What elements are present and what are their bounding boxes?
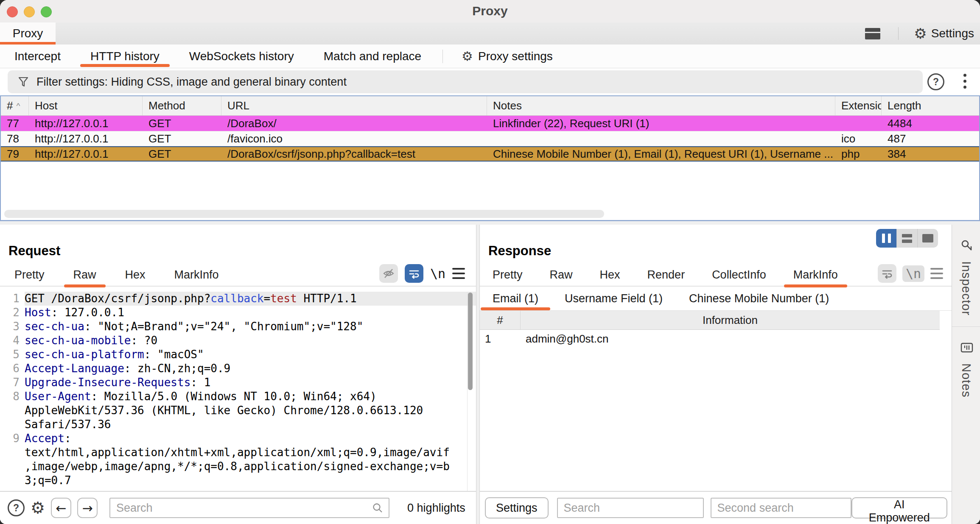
- maximize-view-button[interactable]: [918, 229, 938, 248]
- pause-button[interactable]: [876, 229, 897, 248]
- col-header-host[interactable]: Host: [29, 96, 143, 115]
- word-wrap-toggle[interactable]: [405, 264, 423, 283]
- table-row[interactable]: 78 http://127.0.0.1 GET /favicon.ico ico…: [1, 131, 979, 146]
- request-line: 9 Accept:: [0, 432, 476, 446]
- subtab-proxy-settings[interactable]: ⚙ Proxy settings: [460, 45, 554, 68]
- hamburger-menu-icon[interactable]: [452, 268, 465, 279]
- tab-hex[interactable]: Hex: [598, 264, 622, 286]
- window-title: Proxy: [0, 4, 980, 18]
- splitter-vertical[interactable]: [476, 225, 480, 524]
- filter-row: Filter settings: Hiding CSS, image and g…: [0, 68, 980, 95]
- subtab-websockets-history[interactable]: WebSockets history: [188, 45, 296, 68]
- right-sidebar: Inspector Notes: [952, 225, 980, 524]
- tab-markinfo[interactable]: MarkInfo: [173, 264, 221, 286]
- col-header-method[interactable]: Method: [143, 96, 221, 115]
- request-footer: ? ⚙ ← → 0 highlights: [0, 491, 476, 524]
- window-tab-strip: Proxy ⚙ Settings: [0, 22, 980, 45]
- tab-markinfo[interactable]: MarkInfo: [792, 264, 840, 286]
- filter-settings-bar[interactable]: Filter settings: Hiding CSS, image and g…: [8, 70, 923, 93]
- request-editor[interactable]: 1 GET /DoraBox/csrf/jsonp.php?callback=t…: [0, 292, 476, 491]
- settings-button[interactable]: Settings: [931, 27, 974, 40]
- help-icon[interactable]: ?: [927, 73, 944, 90]
- request-tabs: Pretty Raw Hex MarkInfo: [0, 264, 476, 287]
- second-search-input[interactable]: [711, 498, 851, 518]
- request-line: 3 sec-ch-ua: "Not;A=Brand";v="24", "Chro…: [0, 320, 476, 334]
- divider: [898, 27, 899, 40]
- tab-render[interactable]: Render: [646, 264, 687, 286]
- request-line: Safari/537.36: [0, 418, 476, 432]
- tab-pretty[interactable]: Pretty: [491, 264, 524, 286]
- gear-icon[interactable]: ⚙: [31, 499, 45, 517]
- notes-icon: [958, 340, 974, 355]
- ai-empowered-button[interactable]: AI Empowered: [851, 497, 947, 518]
- subtab-username-field[interactable]: Username Field (1): [563, 287, 664, 310]
- tab-collectinfo[interactable]: CollectInfo: [710, 264, 768, 286]
- request-line: 2 Host: 127.0.0.1: [0, 306, 476, 320]
- request-line: 1 GET /DoraBox/csrf/jsonp.php?callback=t…: [0, 292, 476, 306]
- sidebar-tab-notes[interactable]: Notes: [952, 327, 980, 409]
- help-icon[interactable]: ?: [8, 499, 25, 516]
- response-tabs: Pretty Raw Hex Render CollectInfo MarkIn…: [480, 264, 952, 287]
- response-panel: Response Pretty Raw Hex Render CollectIn…: [480, 225, 952, 524]
- col-header-information[interactable]: Information: [521, 311, 940, 329]
- next-match-button[interactable]: →: [77, 498, 98, 518]
- request-line: 4 sec-ch-ua-mobile: ?0: [0, 334, 476, 348]
- sidebar-tab-inspector[interactable]: Inspector: [952, 225, 980, 326]
- hide-eye-icon[interactable]: [379, 264, 398, 283]
- col-header-number[interactable]: # ^: [1, 96, 29, 115]
- horizontal-scrollbar[interactable]: [4, 210, 604, 218]
- sidebar-tab-label: Notes: [959, 363, 973, 398]
- gear-icon: ⚙: [462, 50, 473, 63]
- vertical-scrollbar[interactable]: [468, 293, 473, 390]
- split-view-button[interactable]: [897, 229, 918, 248]
- response-footer: Settings AI Empowered: [480, 491, 952, 524]
- titlebar: Proxy: [0, 0, 980, 22]
- request-line: 3;q=0.7: [0, 474, 476, 488]
- request-line: 8 User-Agent: Mozilla/5.0 (Windows NT 10…: [0, 390, 476, 404]
- proxy-subtabs: Intercept HTTP history WebSockets histor…: [0, 45, 980, 68]
- col-header-number[interactable]: #: [480, 311, 521, 329]
- settings-button[interactable]: Settings: [485, 497, 549, 518]
- tab-proxy-label: Proxy: [13, 27, 43, 40]
- search-input[interactable]: [557, 498, 704, 518]
- filter-settings-text: Filter settings: Hiding CSS, image and g…: [36, 75, 347, 89]
- tab-proxy[interactable]: Proxy: [0, 22, 56, 45]
- search-input[interactable]: [109, 498, 389, 518]
- col-header-url[interactable]: URL: [221, 96, 487, 115]
- table-row[interactable]: 77 http://127.0.0.1 GET /DoraBox/ Linkfi…: [1, 116, 979, 131]
- split-view-icon: [902, 234, 912, 243]
- kebab-menu-icon[interactable]: [963, 74, 966, 89]
- subtab-email[interactable]: Email (1): [491, 287, 540, 310]
- subtab-http-history[interactable]: HTTP history: [89, 45, 161, 68]
- layout-icon[interactable]: [865, 28, 880, 39]
- eye-off-icon: [382, 267, 395, 280]
- previous-match-button[interactable]: ←: [51, 498, 71, 518]
- col-header-length[interactable]: Length: [882, 96, 979, 115]
- divider: [442, 50, 443, 63]
- markinfo-subtabs: Email (1) Username Field (1) Chinese Mob…: [480, 287, 952, 311]
- subtab-match-and-replace[interactable]: Match and replace: [322, 45, 423, 68]
- table-row[interactable]: 1 admin@gh0st.cn: [480, 330, 940, 348]
- pause-icon: [882, 234, 891, 243]
- col-header-notes[interactable]: Notes: [487, 96, 835, 115]
- newline-toggle[interactable]: \n: [430, 266, 445, 281]
- gear-icon: ⚙: [914, 26, 927, 41]
- funnel-icon: [17, 75, 30, 88]
- newline-toggle[interactable]: \n: [902, 265, 924, 282]
- request-line: AppleWebKit/537.36 (KHTML, like Gecko) C…: [0, 404, 476, 418]
- subtab-intercept[interactable]: Intercept: [13, 45, 62, 68]
- hamburger-menu-icon[interactable]: [930, 268, 943, 279]
- tab-hex[interactable]: Hex: [123, 264, 147, 286]
- search-icon: [372, 502, 384, 515]
- tab-raw[interactable]: Raw: [72, 264, 98, 286]
- request-panel: Request Pretty Raw Hex MarkInfo: [0, 225, 476, 524]
- history-header-row: # ^ Host Method URL Notes Extension Leng…: [1, 96, 979, 116]
- col-header-extension[interactable]: Extension: [835, 96, 882, 115]
- subtab-chinese-mobile-number[interactable]: Chinese Mobile Number (1): [687, 287, 831, 310]
- request-line: 6 Accept-Language: zh-CN,zh;q=0.9: [0, 362, 476, 376]
- tab-pretty[interactable]: Pretty: [13, 264, 46, 286]
- table-row-selected[interactable]: 79 http://127.0.0.1 GET /DoraBox/csrf/js…: [1, 146, 979, 162]
- wrap-icon: [408, 268, 420, 279]
- tab-raw[interactable]: Raw: [548, 264, 574, 286]
- word-wrap-toggle[interactable]: [878, 264, 896, 283]
